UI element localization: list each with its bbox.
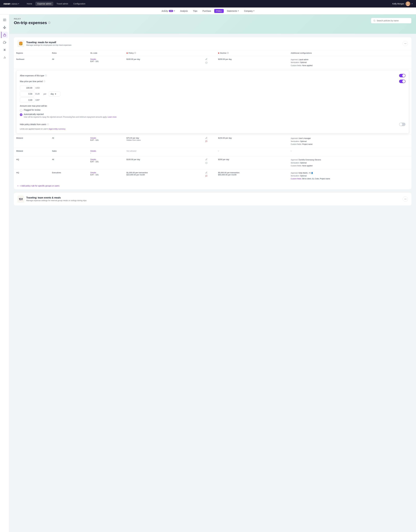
radio-rejected-circle[interactable] <box>20 113 22 116</box>
details-link[interactable]: Details <box>90 58 96 60</box>
hide-policy-row: Hide policy details from users ⓘ <box>20 120 406 126</box>
cell-gl-code: Details EAT - 101 <box>88 135 124 148</box>
usd-input[interactable] <box>20 86 34 90</box>
statements-chevron-icon: ▾ <box>238 10 239 12</box>
details-link[interactable]: Details <box>90 171 96 174</box>
cell-decline: $200 per day <box>216 156 288 169</box>
limits-link[interactable]: legal entity currency <box>49 128 66 130</box>
cell-decline: - <box>216 148 288 156</box>
learn-more-link[interactable]: Learn more <box>108 116 116 118</box>
sidebar-icon-gym[interactable] <box>1 47 8 53</box>
currency-row-usd: USD <box>20 86 406 90</box>
cell-policy: Not allowed <box>124 148 197 156</box>
sub-navigation: Activity 299 ▾ Analysis Trips Purchase P… <box>0 8 416 14</box>
cell-roles: All <box>50 156 88 169</box>
subnav-statements[interactable]: Statements ▾ <box>225 9 241 13</box>
amount-section: Amount over max price will be: Flagged f… <box>20 105 406 118</box>
subnav-purchase[interactable]: Purchase <box>200 9 213 13</box>
cell-gl-code: Details - <box>88 148 124 156</box>
cell-actions <box>197 135 216 148</box>
col-decline: Decline ⓘ <box>216 50 288 56</box>
policy-header-2: 🍽 Traveling: team events & meals Manage … <box>14 193 411 206</box>
radio-group: Flagged for review Automatically rejecte… <box>20 109 406 118</box>
edit-icon[interactable] <box>205 137 208 140</box>
subnav-analysis[interactable]: Analysis <box>178 9 190 13</box>
top-navigation: navan Admin ▾ Home Expense admin Travel … <box>0 0 416 8</box>
edit-icon[interactable] <box>205 171 208 174</box>
cell-additional: Approval: Daniella Greenaway-Stevens Ite… <box>288 156 411 169</box>
edit-icon[interactable] <box>205 158 208 161</box>
flag-icon[interactable] <box>205 175 208 178</box>
delete-icon[interactable] <box>205 162 208 164</box>
cell-additional: Approval: Liquid admin Itemization: Opti… <box>288 56 411 69</box>
hide-policy-toggle[interactable] <box>399 123 406 126</box>
sidebar-icon-bag[interactable] <box>1 32 8 38</box>
policy-more-button-2[interactable]: ··· <box>403 197 408 202</box>
table-row: Midwest Sales Details - Not allowed - <box>14 148 411 156</box>
radio-rejected-label: Automatically rejected <box>24 113 116 115</box>
sidebar-icon-chart[interactable] <box>1 54 8 61</box>
flag-icon[interactable] <box>205 140 208 143</box>
subnav-activity[interactable]: Activity 299 ▾ <box>160 9 177 13</box>
nav-links: Home Expense admin Travel admin Configur… <box>25 2 392 6</box>
app-logo[interactable]: navan Admin ▾ <box>3 2 19 5</box>
user-menu[interactable]: Kelly Morgan ▾ <box>392 1 413 6</box>
nav-home[interactable]: Home <box>25 2 34 6</box>
custom-fields-label: Custom fields: <box>291 178 302 180</box>
usd-label: USD <box>35 87 41 89</box>
subnav-policy[interactable]: Policy <box>214 9 224 13</box>
sidebar-icon-food[interactable] <box>1 39 8 46</box>
details-link[interactable]: Details <box>90 150 96 152</box>
details-link[interactable]: Details <box>90 137 96 139</box>
col-roles: Roles <box>50 50 88 56</box>
search-input[interactable] <box>377 19 409 22</box>
user-name: Kelly Morgan <box>392 3 404 5</box>
svg-line-20 <box>375 21 375 21</box>
policy-dot-icon <box>127 53 128 54</box>
max-price-toggle[interactable] <box>399 80 406 83</box>
page-title: On-trip expenses ⓘ <box>14 20 50 25</box>
user-caret-icon: ▾ <box>412 3 413 5</box>
col-actions-header <box>197 50 216 56</box>
sidebar <box>0 14 9 532</box>
policy-more-button-1[interactable]: ··· <box>403 41 408 46</box>
search-icon <box>373 19 376 22</box>
action-icons <box>199 158 214 164</box>
max-price-label: Max price per time period ⓘ <box>20 80 45 83</box>
gbp-label: GBP <box>35 99 41 101</box>
cell-actions <box>197 169 216 182</box>
period-select[interactable]: day ▾ <box>49 91 60 96</box>
cell-actions <box>197 56 216 69</box>
radio-flagged-circle[interactable] <box>20 109 22 112</box>
delete-icon[interactable] <box>205 62 208 64</box>
nav-configuration[interactable]: Configuration <box>71 2 87 6</box>
main-content: POLICY On-trip expenses ⓘ <box>9 14 416 532</box>
page-info-icon: ⓘ <box>48 21 50 24</box>
limits-note: Limits are applied based on user's legal… <box>20 128 406 130</box>
gbp-input[interactable] <box>20 97 34 102</box>
nav-expense-admin[interactable]: Expense admin <box>35 2 53 6</box>
allow-expenses-row: Allow expenses of this type ⓘ <box>20 74 406 77</box>
details-link[interactable]: Details <box>90 158 96 161</box>
eur-input[interactable] <box>20 91 34 96</box>
policy-header-info-icon: ⓘ <box>134 52 136 54</box>
page-layout: POLICY On-trip expenses ⓘ <box>0 14 416 532</box>
cell-actions <box>197 148 216 156</box>
cell-roles: Executives <box>50 169 88 182</box>
cell-additional: Approval: Kelly Martin, +5 👤 Itemization… <box>288 169 411 182</box>
max-price-info-icon: ⓘ <box>43 80 45 83</box>
policy-card-2: 🍽 Traveling: team events & meals Manage … <box>14 193 411 206</box>
policy-title-2: Traveling: team events & meals <box>26 197 87 199</box>
edit-icon[interactable] <box>205 58 208 61</box>
sidebar-icon-plane[interactable] <box>1 24 8 31</box>
hide-toggle-thumb <box>399 123 402 126</box>
sidebar-icon-expense[interactable] <box>1 17 8 23</box>
add-rule-button[interactable]: + + Add policy rule for specific groups … <box>14 182 411 189</box>
nav-travel-admin[interactable]: Travel admin <box>54 2 70 6</box>
search-box[interactable] <box>371 18 411 23</box>
breadcrumb: POLICY <box>14 18 50 20</box>
allow-expenses-toggle[interactable] <box>399 74 406 77</box>
subnav-company[interactable]: Company ▾ <box>242 9 256 13</box>
subnav-trips[interactable]: Trips <box>191 9 199 13</box>
hide-policy-label: Hide policy details from users ⓘ <box>20 123 49 126</box>
